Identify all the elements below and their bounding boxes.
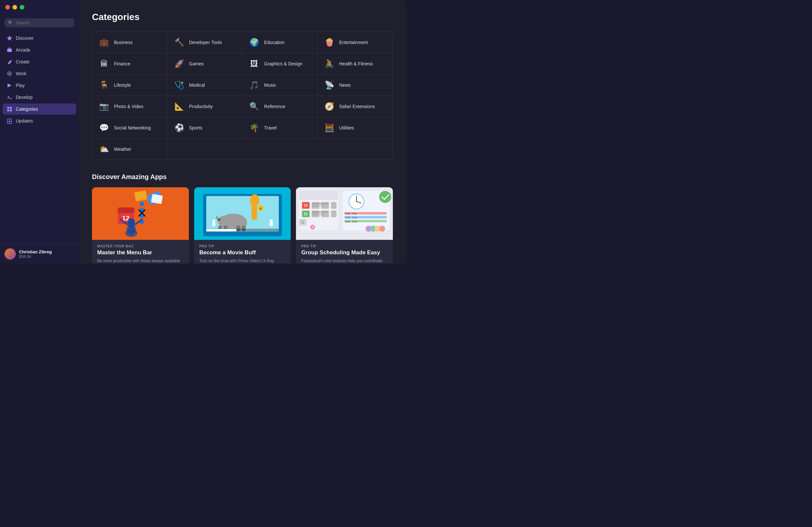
card-tag-card3: PRO TIP bbox=[301, 244, 388, 248]
category-label-productivity: Productivity bbox=[189, 104, 213, 109]
sidebar-item-discover[interactable]: Discover bbox=[3, 32, 76, 44]
category-item-travel[interactable]: 🌴 Travel bbox=[243, 117, 318, 139]
sidebar-label-arcade: Arcade bbox=[16, 47, 30, 53]
category-item-developer-tools[interactable]: 🔨 Developer Tools bbox=[168, 32, 243, 53]
sidebar-icon-categories bbox=[6, 106, 13, 112]
category-label-news: News bbox=[339, 83, 351, 88]
sidebar-item-arcade[interactable]: Arcade bbox=[3, 44, 76, 56]
sidebar-label-play: Play bbox=[16, 83, 25, 88]
sidebar-item-play[interactable]: Play bbox=[3, 80, 76, 91]
svg-rect-3 bbox=[10, 107, 12, 109]
sidebar-label-updates: Updates bbox=[16, 118, 33, 124]
category-item-entertainment[interactable]: 🍿 Entertainment bbox=[318, 32, 393, 53]
titlebar bbox=[0, 0, 79, 14]
category-item-education[interactable]: 🌍 Education bbox=[243, 32, 318, 53]
search-input[interactable] bbox=[16, 20, 71, 25]
category-icon-lifestyle: 🪑 bbox=[98, 79, 110, 91]
sidebar-icon-create bbox=[6, 59, 13, 65]
category-label-travel: Travel bbox=[264, 125, 277, 130]
maximize-button[interactable] bbox=[20, 5, 24, 10]
category-label-sports: Sports bbox=[189, 125, 202, 130]
svg-point-41 bbox=[212, 219, 215, 222]
svg-point-30 bbox=[251, 194, 258, 201]
category-item-social-networking[interactable]: 💬 Social Networking bbox=[92, 117, 168, 139]
category-label-finance: Finance bbox=[114, 61, 130, 66]
category-label-graphics-design: Graphics & Design bbox=[264, 61, 303, 66]
category-icon-photo-video: 📷 bbox=[98, 101, 110, 112]
discover-card-card3[interactable]: 14 21 bbox=[296, 187, 393, 264]
sidebar-footer: Christian Zibreg $34.04 bbox=[0, 244, 79, 264]
card-content-card1: MASTER YOUR MAC Master the Menu Bar Be m… bbox=[92, 240, 189, 264]
category-item-music[interactable]: 🎵 Music bbox=[243, 75, 318, 96]
user-name: Christian Zibreg bbox=[19, 250, 52, 254]
category-item-news[interactable]: 📡 News bbox=[318, 75, 393, 96]
svg-text:4:00 - 5:00: 4:00 - 5:00 bbox=[345, 212, 357, 215]
card-image-card2: 8 bbox=[194, 187, 291, 240]
sidebar-icon-work bbox=[6, 71, 13, 76]
avatar bbox=[4, 248, 16, 259]
svg-text:14: 14 bbox=[304, 204, 308, 207]
category-item-lifestyle[interactable]: 🪑 Lifestyle bbox=[92, 75, 168, 96]
svg-point-37 bbox=[217, 218, 221, 221]
sidebar-item-develop[interactable]: Develop bbox=[3, 92, 76, 103]
user-info: Christian Zibreg $34.04 bbox=[19, 250, 52, 259]
category-item-safari-extensions[interactable]: 🧭 Safari Extensions bbox=[318, 96, 393, 117]
category-item-health-fitness[interactable]: 🚴 Health & Fitness bbox=[318, 53, 393, 75]
categories-grid: 💼 Business 🔨 Developer Tools 🌍 Education… bbox=[92, 31, 393, 160]
category-label-lifestyle: Lifestyle bbox=[114, 83, 131, 88]
category-icon-travel: 🌴 bbox=[248, 122, 260, 134]
category-label-games: Games bbox=[189, 61, 204, 66]
category-item-finance[interactable]: 🏛 Finance bbox=[92, 53, 168, 75]
category-item-graphics-design[interactable]: 🖼 Graphics & Design bbox=[243, 53, 318, 75]
svg-point-40 bbox=[212, 222, 216, 227]
category-label-education: Education bbox=[264, 40, 285, 45]
category-item-games[interactable]: 🚀 Games bbox=[168, 53, 243, 75]
category-icon-reference: 🔍 bbox=[248, 101, 260, 112]
svg-point-43 bbox=[270, 219, 273, 222]
svg-text:21: 21 bbox=[304, 212, 308, 216]
category-label-weather: Weather bbox=[114, 146, 131, 152]
category-icon-education: 🌍 bbox=[248, 37, 260, 48]
sidebar-label-categories: Categories bbox=[16, 106, 38, 112]
category-item-weather[interactable]: ⛅ Weather bbox=[92, 139, 168, 160]
svg-point-1 bbox=[9, 47, 10, 48]
page-title: Categories bbox=[92, 12, 393, 22]
category-item-sports[interactable]: ⚽ Sports bbox=[168, 117, 243, 139]
discover-card-card1[interactable]: 12 MASTER YOUR MAC Master the Menu B bbox=[92, 187, 189, 264]
category-item-photo-video[interactable]: 📷 Photo & Video bbox=[92, 96, 168, 117]
sidebar-item-categories[interactable]: Categories bbox=[3, 103, 76, 115]
sidebar-item-create[interactable]: Create bbox=[3, 56, 76, 67]
category-icon-weather: ⛅ bbox=[98, 143, 110, 155]
sidebar-item-work[interactable]: Work bbox=[3, 68, 76, 79]
card-title-card1: Master the Menu Bar bbox=[97, 250, 184, 256]
close-button[interactable] bbox=[5, 5, 10, 10]
category-item-business[interactable]: 💼 Business bbox=[92, 32, 168, 53]
category-item-reference[interactable]: 🔍 Reference bbox=[243, 96, 318, 117]
category-item-productivity[interactable]: 📐 Productivity bbox=[168, 96, 243, 117]
category-icon-games: 🚀 bbox=[173, 58, 185, 70]
card-tag-card1: MASTER YOUR MAC bbox=[97, 244, 184, 248]
search-container[interactable]: 🔍 bbox=[4, 18, 74, 27]
category-icon-productivity: 📐 bbox=[173, 101, 185, 112]
card-image-card1: 12 bbox=[92, 187, 189, 240]
svg-rect-12 bbox=[118, 208, 134, 213]
minimize-button[interactable] bbox=[13, 5, 17, 10]
category-icon-news: 📡 bbox=[323, 79, 335, 91]
sidebar-icon-arcade bbox=[6, 47, 13, 53]
search-icon: 🔍 bbox=[8, 20, 13, 25]
category-label-social-networking: Social Networking bbox=[114, 125, 151, 130]
category-icon-medical: 🩺 bbox=[173, 79, 185, 91]
category-icon-entertainment: 🍿 bbox=[323, 37, 335, 48]
svg-rect-2 bbox=[7, 107, 9, 109]
svg-point-32 bbox=[217, 215, 231, 226]
category-item-utilities[interactable]: 🧮 Utilities bbox=[318, 117, 393, 139]
category-label-utilities: Utilities bbox=[339, 125, 354, 130]
sidebar-nav: Discover Arcade Create Work Play Develop… bbox=[0, 32, 79, 244]
discover-card-card2[interactable]: 8 PRO TIP Become a Movie Buff Turn on th… bbox=[194, 187, 291, 264]
svg-text:8: 8 bbox=[260, 207, 261, 210]
sidebar: 🔍 Discover Arcade Create Work Play Devel… bbox=[0, 0, 79, 264]
card-image-card3: 14 21 bbox=[296, 187, 393, 240]
category-item-medical[interactable]: 🩺 Medical bbox=[168, 75, 243, 96]
svg-point-14 bbox=[140, 202, 144, 206]
sidebar-item-updates[interactable]: Updates bbox=[3, 115, 76, 127]
